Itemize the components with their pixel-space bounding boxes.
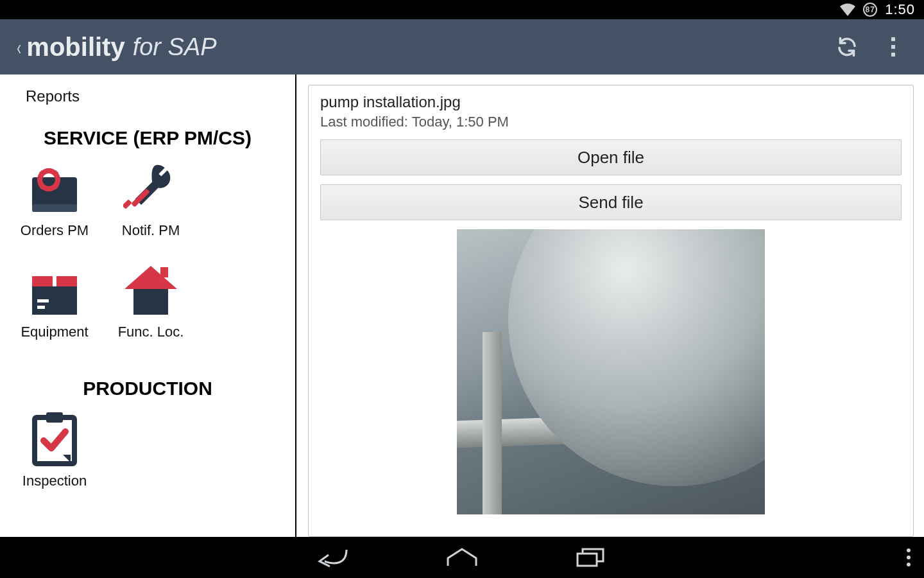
svg-rect-0 <box>891 37 895 41</box>
svg-line-10 <box>40 171 44 175</box>
battery-icon: 87 <box>863 3 877 17</box>
svg-line-13 <box>40 185 44 188</box>
svg-line-11 <box>54 185 57 188</box>
clipboard-check-icon <box>6 411 103 469</box>
svg-line-12 <box>54 171 57 175</box>
house-icon <box>103 262 199 320</box>
svg-rect-2 <box>891 53 895 57</box>
svg-marker-21 <box>124 266 177 289</box>
nav-home-icon[interactable] <box>398 537 526 578</box>
tile-equipment[interactable]: Equipment <box>6 262 103 340</box>
tile-label: Func. Loc. <box>103 324 199 340</box>
android-nav-bar <box>0 537 924 578</box>
tile-notif-pm[interactable]: Notif. PM <box>103 161 199 239</box>
tile-label: Notif. PM <box>103 222 199 239</box>
status-time: 1:50 <box>885 1 915 18</box>
wifi-icon <box>840 3 855 16</box>
file-details-pane: pump installation.jpg Last modified: Tod… <box>308 85 914 537</box>
tile-inspection[interactable]: Inspection <box>6 411 103 489</box>
tile-orders-pm[interactable]: Orders PM <box>6 161 103 239</box>
file-name: pump installation.jpg <box>320 93 902 111</box>
tile-label: Equipment <box>6 324 103 340</box>
back-icon[interactable]: ‹ <box>17 35 21 60</box>
app-title-primary: mobility <box>26 33 124 62</box>
overflow-menu-icon[interactable] <box>878 31 909 62</box>
svg-rect-15 <box>123 199 132 209</box>
nav-overflow-icon[interactable] <box>906 537 911 578</box>
app-title-secondary: for SAP <box>133 33 217 61</box>
file-modified: Last modified: Today, 1:50 PM <box>320 114 902 130</box>
tile-func-loc[interactable]: Func. Loc. <box>103 262 199 340</box>
sidebar-link-reports[interactable]: Reports <box>0 78 295 113</box>
file-preview-image <box>457 229 765 514</box>
nav-back-icon[interactable] <box>270 537 398 578</box>
sidebar: Reports SERVICE (ERP PM/CS) Orders PM <box>0 74 296 537</box>
tile-label: Orders PM <box>6 222 103 239</box>
svg-rect-17 <box>32 276 53 286</box>
svg-rect-18 <box>56 276 77 286</box>
box-package-icon <box>6 262 103 320</box>
svg-rect-19 <box>37 299 49 302</box>
svg-point-30 <box>907 563 911 566</box>
svg-rect-23 <box>133 289 168 315</box>
send-file-button[interactable]: Send file <box>320 184 902 220</box>
orders-book-icon <box>6 161 103 218</box>
svg-rect-25 <box>46 412 63 423</box>
svg-point-28 <box>907 548 911 552</box>
open-file-button[interactable]: Open file <box>320 139 902 175</box>
svg-rect-4 <box>32 204 77 212</box>
refresh-icon[interactable] <box>832 31 862 62</box>
main-content: pump installation.jpg Last modified: Tod… <box>296 74 924 537</box>
tile-label: Inspection <box>6 473 103 489</box>
section-header-service: SERVICE (ERP PM/CS) <box>0 113 295 161</box>
svg-rect-20 <box>37 306 45 309</box>
app-bar: ‹ mobility for SAP <box>0 19 924 74</box>
android-status-bar: 87 1:50 <box>0 0 924 19</box>
svg-rect-22 <box>160 267 168 277</box>
wrench-screwdriver-icon <box>103 161 199 218</box>
svg-rect-27 <box>578 554 597 566</box>
nav-recents-icon[interactable] <box>526 537 654 578</box>
svg-point-29 <box>907 556 911 559</box>
section-header-production: PRODUCTION <box>0 363 295 411</box>
svg-rect-1 <box>891 45 895 49</box>
